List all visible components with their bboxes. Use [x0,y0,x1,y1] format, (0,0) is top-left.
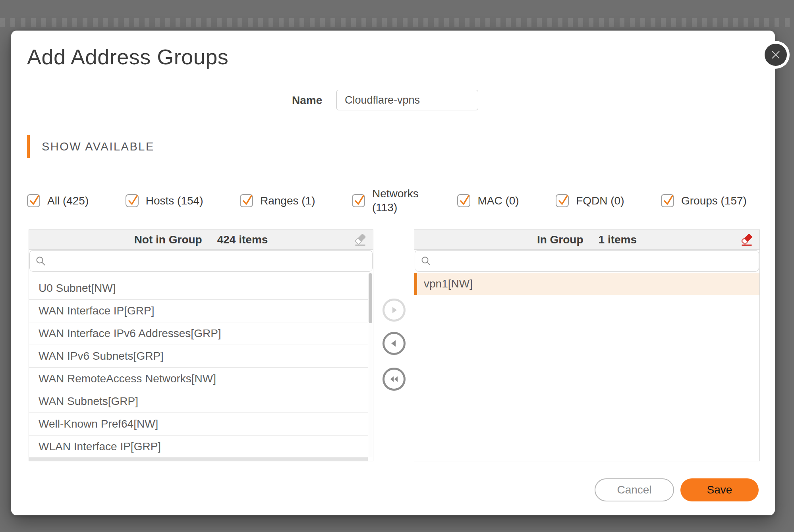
list-item[interactable]: Well-Known Pref64[NW] [29,413,373,436]
dialog-title: Add Address Groups [27,44,228,69]
checkbox-checked-icon [556,194,569,207]
list-item[interactable]: U0 Subnet[NW] [29,277,373,300]
remove-all-button[interactable] [740,233,754,247]
filter-hosts[interactable]: Hosts (154) [126,194,203,208]
not-in-group-header: Not in Group 424 items [29,230,373,250]
list-item[interactable]: WAN Subnets[GRP] [29,390,373,413]
move-all-left-button[interactable] [383,368,406,391]
not-in-group-search [29,250,373,272]
panel-title: In Group [537,233,583,246]
filter-label: Hosts (154) [146,194,203,208]
close-icon [770,49,781,60]
name-label: Name [292,94,322,107]
filter-groups[interactable]: Groups (157) [661,194,747,208]
filter-fqdn[interactable]: FQDN (0) [556,194,624,208]
section-title: SHOW AVAILABLE [42,140,155,153]
cancel-button[interactable]: Cancel [595,478,674,501]
filter-label: MAC (0) [477,194,519,208]
move-left-button[interactable] [383,332,406,355]
checkbox-checked-icon [27,194,40,207]
list-item-selected[interactable]: vpn1[NW] [414,273,759,295]
save-button[interactable]: Save [680,478,759,501]
in-group-header: In Group 1 items [414,230,759,250]
list-item[interactable]: WAN Interface IPv6 Addresses[GRP] [29,322,373,345]
filter-ranges[interactable]: Ranges (1) [240,194,315,208]
list-item[interactable]: WLAN Interface IP[GRP] [29,436,373,458]
checkbox-checked-icon [352,194,365,207]
filter-label: Groups (157) [681,194,747,208]
in-group-panel: In Group 1 items [414,229,760,461]
add-address-groups-dialog: Add Address Groups Name SHOW AVAILABLE A… [11,31,775,515]
name-input[interactable] [336,90,478,110]
list-item[interactable]: WAN IPv6 Subnets[GRP] [29,345,373,368]
section-accent-bar [27,135,30,158]
search-icon [35,256,46,267]
not-in-group-list: U0 Subnet[NW] WAN Interface IP[GRP] WAN … [29,272,373,458]
in-group-list: vpn1[NW] [414,273,759,295]
move-right-button[interactable] [383,299,406,322]
panel-item-count: 1 items [599,233,637,246]
eraser-icon [354,233,367,247]
not-in-group-panel: Not in Group 424 items [29,229,373,461]
list-item[interactable]: WAN RemoteAccess Networks[NW] [29,368,373,390]
filter-label: FQDN (0) [576,194,624,208]
checkbox-checked-icon [661,194,674,207]
clear-selection-button[interactable] [353,233,367,247]
checkbox-checked-icon [457,194,470,207]
in-group-search [415,250,759,272]
list-item[interactable]: WAN Interface IP[GRP] [29,300,373,322]
checkbox-checked-icon [126,194,139,207]
filter-mac[interactable]: MAC (0) [457,194,519,208]
vertical-scrollbar-thumb[interactable] [369,273,372,323]
filter-label: All (425) [47,194,89,208]
checkbox-checked-icon [240,194,253,207]
arrow-right-icon [388,304,400,316]
arrow-left-icon [388,337,400,349]
filter-all[interactable]: All (425) [27,194,89,208]
filter-label: Networks (113) [372,187,421,214]
panel-title: Not in Group [134,233,202,246]
search-input[interactable] [50,251,369,271]
eraser-icon [740,233,753,247]
filter-networks[interactable]: Networks (113) [352,187,421,214]
blurred-background-content [0,18,794,27]
panel-item-count: 424 items [217,233,268,246]
filter-checkbox-row: All (425) Hosts (154) Ranges (1) Network… [27,181,747,220]
close-button[interactable] [765,44,787,66]
screen: Add Address Groups Name SHOW AVAILABLE A… [0,0,794,532]
horizontal-scrollbar[interactable] [29,457,368,461]
partially-scrolled-row [29,272,373,277]
search-input[interactable] [436,251,755,271]
search-icon [421,256,432,267]
double-arrow-left-icon [388,373,400,385]
filter-label: Ranges (1) [260,194,315,208]
